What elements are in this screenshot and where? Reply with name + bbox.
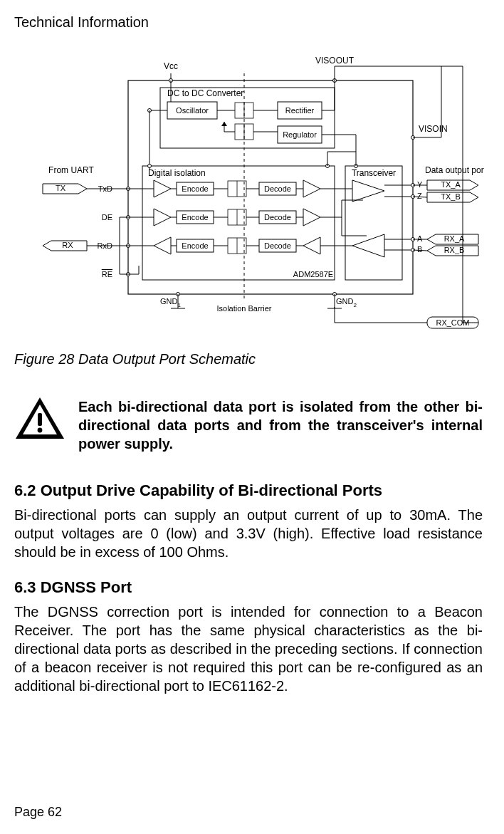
label-dataout: Data output port: [425, 165, 484, 175]
svg-marker-70: [352, 234, 384, 257]
svg-rect-31: [142, 166, 335, 280]
svg-line-104: [413, 250, 427, 251]
label-txa: TX_A: [441, 180, 461, 189]
label-dcdc: DC to DC Converter: [167, 88, 243, 98]
label-encode2: Encode: [182, 213, 208, 221]
svg-marker-50: [303, 237, 320, 254]
svg-point-117: [38, 428, 43, 433]
label-transceiver: Transceiver: [352, 168, 396, 178]
section-6-2-title: 6.2 Output Drive Capability of Bi-direct…: [14, 481, 483, 500]
label-re: RE: [102, 270, 112, 278]
label-visoin: VISOIN: [419, 124, 448, 134]
label-z: Z: [417, 192, 422, 200]
label-rx: RX: [62, 241, 73, 249]
warning-text: Each bi-directional data port is isolate…: [78, 396, 483, 453]
label-encode1: Encode: [182, 184, 208, 193]
label-barrier: Isolation Barrier: [216, 304, 271, 313]
label-regulator: Regulator: [283, 130, 317, 139]
label-visoout: VISOOUT: [315, 56, 355, 66]
figure-caption: Figure 28 Data Output Port Schematic: [14, 351, 483, 368]
section-6-2-body: Bi-directional ports can supply an outpu…: [14, 506, 483, 561]
svg-marker-33: [154, 180, 171, 197]
label-a: A: [417, 234, 423, 243]
label-b: B: [417, 245, 422, 254]
label-rxb: RX_B: [444, 246, 465, 254]
section-6-3-body: The DGNSS correction port is intended fo…: [14, 603, 483, 695]
label-oscillator: Oscillator: [176, 106, 209, 115]
label-decode3: Decode: [264, 241, 291, 250]
label-gnd2: GND2: [336, 297, 357, 308]
label-rectifier: Rectifier: [285, 106, 315, 115]
warning-icon: [14, 396, 65, 442]
label-decode2: Decode: [264, 213, 291, 221]
svg-marker-69: [352, 180, 384, 202]
svg-rect-116: [38, 413, 42, 426]
label-y: Y: [417, 180, 423, 189]
svg-marker-38: [303, 180, 320, 197]
page-header: Technical Information: [14, 14, 483, 31]
svg-marker-23: [221, 122, 227, 126]
label-digiso: Digital isolation: [148, 168, 206, 178]
label-rxcom: RX_COM: [436, 318, 469, 327]
label-fromuart: From UART: [48, 165, 94, 175]
label-rxa: RX_A: [444, 234, 465, 243]
svg-marker-39: [154, 209, 171, 226]
label-vcc: Vcc: [164, 61, 178, 71]
label-tx: TX: [56, 184, 66, 192]
label-adm2587e: ADM2587E: [293, 270, 333, 278]
svg-rect-66: [345, 166, 402, 280]
svg-point-32: [148, 165, 152, 168]
schematic-figure: Vcc VISOOUT VISOIN DC to DC Converter Os…: [28, 52, 484, 337]
svg-marker-45: [154, 237, 171, 254]
label-txb: TX_B: [441, 192, 461, 201]
svg-marker-44: [303, 209, 320, 226]
label-de: DE: [102, 213, 112, 221]
label-encode3: Encode: [182, 241, 208, 250]
label-decode1: Decode: [264, 184, 291, 193]
svg-line-102: [413, 197, 427, 197]
page-number: Page 62: [14, 805, 62, 820]
section-6-3-title: 6.3 DGNSS Port: [14, 578, 483, 597]
warning: Each bi-directional data port is isolate…: [14, 396, 483, 453]
